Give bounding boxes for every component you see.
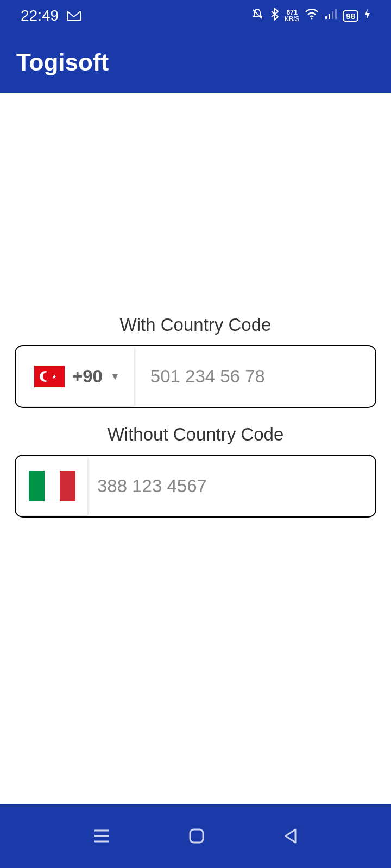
svg-rect-1: [325, 16, 327, 19]
phone-input-field-2[interactable]: 388 123 4567: [87, 476, 375, 496]
flag-turkey-icon: ★: [34, 366, 65, 387]
navigation-bar: [0, 804, 391, 868]
phone-input-field[interactable]: 501 234 56 78: [134, 366, 375, 387]
charging-icon: [364, 8, 370, 23]
nav-home-button[interactable]: [187, 827, 206, 845]
svg-point-0: [311, 18, 313, 20]
nav-back-button[interactable]: [282, 827, 299, 845]
svg-rect-2: [329, 14, 330, 19]
status-bar: 22:49 671 KB/S 98: [0, 0, 391, 31]
battery-indicator: 98: [343, 10, 358, 22]
main-content: With Country Code ★ +90 ▼ 501 234 56 78 …: [0, 61, 391, 771]
svg-rect-3: [332, 11, 333, 19]
svg-rect-8: [190, 829, 203, 843]
country-selector-italy[interactable]: [19, 457, 87, 515]
chevron-down-icon: ▼: [110, 371, 120, 382]
wifi-icon: [305, 9, 319, 23]
phone-input-without-code[interactable]: 388 123 4567: [15, 455, 376, 518]
section-label-with-code: With Country Code: [14, 315, 377, 335]
bluetooth-icon: [269, 7, 279, 24]
dial-code: +90: [72, 366, 103, 387]
flag-italy-icon: [29, 471, 75, 501]
app-title: Togisoft: [16, 49, 109, 76]
section-label-without-code: Without Country Code: [14, 424, 377, 445]
phone-input-with-code[interactable]: ★ +90 ▼ 501 234 56 78: [15, 345, 376, 408]
gmail-icon: [66, 10, 81, 21]
svg-rect-4: [335, 9, 337, 19]
network-speed: 671 KB/S: [285, 9, 299, 22]
country-selector-turkey[interactable]: ★ +90 ▼: [19, 347, 134, 406]
signal-icon: [324, 9, 337, 23]
status-time: 22:49: [21, 7, 59, 24]
nav-recent-button[interactable]: [92, 828, 111, 844]
mute-icon: [251, 8, 264, 24]
